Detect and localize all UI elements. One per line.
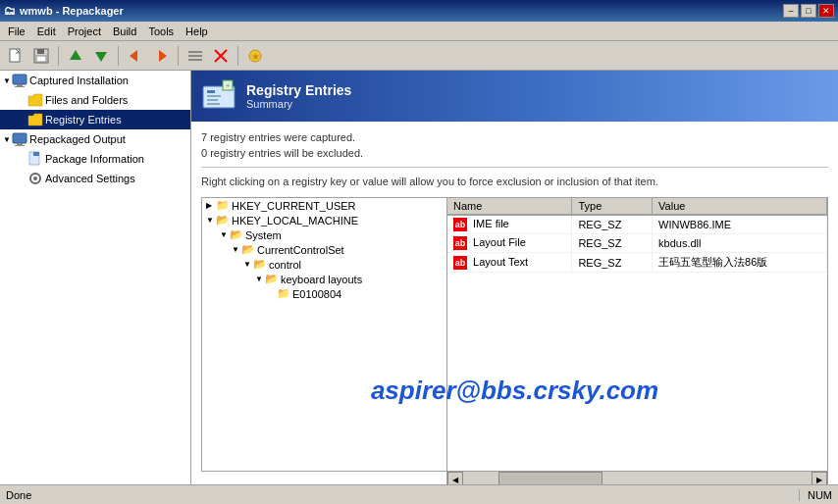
toolbar-wizard[interactable]: ★ <box>243 44 267 68</box>
reg-toggle-ccs[interactable]: ▼ <box>232 245 241 254</box>
statusbar: Done NUM <box>0 484 838 504</box>
menu-build[interactable]: Build <box>107 24 142 39</box>
reg-toggle-kbdlayouts[interactable]: ▼ <box>255 275 265 283</box>
table-scrollbar-container: ◀ ▶ <box>446 472 828 484</box>
main-container: ▼ Captured Installation ▶ Files and Fold… <box>0 71 838 484</box>
svg-rect-3 <box>36 56 46 62</box>
reg-tree-hklm[interactable]: ▼ 📂 HKEY_LOCAL_MACHINE <box>202 213 446 227</box>
registry-area: ▶ 📁 HKEY_CURRENT_USER ▼ 📂 HKEY_LOCAL_MAC… <box>201 197 828 472</box>
header-title: Registry Entries <box>246 82 351 98</box>
titlebar: 🗂 wmwb - Repackager – □ ✕ <box>0 0 838 22</box>
reg-tree-ccs[interactable]: ▼ 📂 CurrentControlSet <box>202 242 446 257</box>
svg-rect-20 <box>15 145 25 146</box>
toolbar-forward[interactable] <box>149 44 173 68</box>
menu-file[interactable]: File <box>2 24 31 39</box>
toolbar-sep3 <box>178 46 179 66</box>
reg-name-1: ab Layout File <box>447 234 572 253</box>
toolbar-delete[interactable] <box>209 44 233 68</box>
right-panel: + Registry Entries Summary 7 registry en… <box>191 71 838 484</box>
folder-icon-kbdlayouts: 📂 <box>265 273 279 285</box>
toolbar-options[interactable] <box>183 44 207 68</box>
reg-value-1: kbdus.dll <box>653 234 827 253</box>
scroll-right-btn[interactable]: ▶ <box>812 472 827 484</box>
content-body: 7 registry entries were captured. 0 regi… <box>191 122 838 484</box>
divider-1 <box>201 167 828 168</box>
registry-table-area[interactable]: Name Type Value ab IME file <box>447 198 827 471</box>
col-value: Value <box>653 198 827 215</box>
folder-icon-hklm: 📂 <box>216 214 230 227</box>
close-button[interactable]: ✕ <box>818 4 834 18</box>
tree-item-package[interactable]: ▶ Package Information <box>0 149 190 169</box>
status-num: NUM <box>799 489 832 501</box>
reg-toggle-hkcu[interactable]: ▶ <box>206 201 216 210</box>
toolbar-down[interactable] <box>89 44 113 68</box>
scroll-thumb[interactable] <box>498 472 603 484</box>
svg-marker-5 <box>95 52 107 62</box>
reg-tree-kbdlayouts[interactable]: ▼ 📂 keyboard layouts <box>202 272 446 286</box>
content-header: + Registry Entries Summary <box>191 71 838 122</box>
scroll-track[interactable] <box>463 472 812 484</box>
svg-rect-16 <box>17 84 23 86</box>
tree-item-captured[interactable]: ▼ Captured Installation <box>0 71 190 90</box>
app-icon: 🗂 <box>4 4 16 18</box>
folder-icon-e0100804: 📁 <box>277 287 290 300</box>
file-icon-package <box>27 151 43 167</box>
scroll-left-btn[interactable]: ◀ <box>447 472 463 484</box>
folder-icon-system: 📂 <box>230 228 243 241</box>
tree-label-captured: Captured Installation <box>29 75 129 86</box>
folder-icon-registry <box>27 112 43 127</box>
reg-tree-system[interactable]: ▼ 📂 System <box>202 227 446 242</box>
menu-help[interactable]: Help <box>180 24 214 39</box>
maximize-button[interactable]: □ <box>801 4 816 18</box>
svg-marker-7 <box>159 50 167 62</box>
menu-project[interactable]: Project <box>62 24 107 39</box>
tree-label-files: Files and Folders <box>45 94 128 106</box>
computer-icon <box>12 73 27 88</box>
header-registry-icon: + <box>201 78 236 114</box>
table-row[interactable]: ab IME file REG_SZ WINWB86.IME <box>447 215 827 234</box>
titlebar-buttons: – □ ✕ <box>783 4 834 18</box>
reg-tree-control[interactable]: ▼ 📂 control <box>202 257 446 272</box>
registry-tree[interactable]: ▶ 📁 HKEY_CURRENT_USER ▼ 📂 HKEY_LOCAL_MAC… <box>202 198 447 471</box>
left-panel: ▼ Captured Installation ▶ Files and Fold… <box>0 71 191 484</box>
svg-marker-4 <box>70 50 81 60</box>
toolbar-sep2 <box>118 46 119 66</box>
reg-toggle-control[interactable]: ▼ <box>243 260 253 269</box>
menu-tools[interactable]: Tools <box>142 24 180 39</box>
svg-text:★: ★ <box>251 51 260 62</box>
svg-rect-29 <box>207 103 220 105</box>
minimize-button[interactable]: – <box>783 4 799 18</box>
titlebar-left: 🗂 wmwb - Repackager <box>4 4 124 18</box>
tree-item-files[interactable]: ▶ Files and Folders <box>0 90 190 110</box>
status-text: Done <box>6 489 31 501</box>
svg-rect-26 <box>207 90 215 93</box>
folder-icon-hkcu: 📁 <box>216 199 230 212</box>
toolbar-up[interactable] <box>64 44 87 68</box>
toolbar-back[interactable] <box>124 44 147 68</box>
tree-toggle-captured[interactable]: ▼ <box>2 76 12 85</box>
tree-item-repackaged[interactable]: ▼ Repackaged Output <box>0 129 190 149</box>
reg-toggle-system[interactable]: ▼ <box>220 230 230 239</box>
svg-point-24 <box>33 176 37 180</box>
table-row[interactable]: ab Layout Text REG_SZ 王码五笔型输入法86版 <box>447 253 827 273</box>
tree-toggle-repackaged[interactable]: ▼ <box>2 134 12 144</box>
folder-icon-ccs: 📂 <box>241 243 255 256</box>
tree-label-repackaged: Repackaged Output <box>29 133 126 145</box>
reg-value-0: WINWB86.IME <box>653 215 827 234</box>
menu-edit[interactable]: Edit <box>31 24 62 39</box>
svg-rect-15 <box>13 75 26 84</box>
tree-item-advanced[interactable]: ▶ Advanced Settings <box>0 169 190 188</box>
toolbar-new[interactable] <box>4 44 27 68</box>
reg-tree-hkcu[interactable]: ▶ 📁 HKEY_CURRENT_USER <box>202 198 446 213</box>
tree-item-registry[interactable]: ▶ Registry Entries <box>0 110 190 129</box>
col-type: Type <box>572 198 653 215</box>
reg-type-1: REG_SZ <box>572 234 653 253</box>
svg-text:+: + <box>226 81 231 90</box>
table-row[interactable]: ab Layout File REG_SZ kbdus.dll <box>447 234 827 253</box>
computer-icon-repackaged <box>12 131 27 147</box>
reg-tree-e0100804[interactable]: 📁 E0100804 <box>202 286 446 301</box>
toolbar-save[interactable] <box>29 44 53 68</box>
svg-rect-2 <box>37 49 44 54</box>
info-line-2: 0 registry entries will be excluded. <box>201 147 828 159</box>
reg-toggle-hklm[interactable]: ▼ <box>206 216 216 225</box>
